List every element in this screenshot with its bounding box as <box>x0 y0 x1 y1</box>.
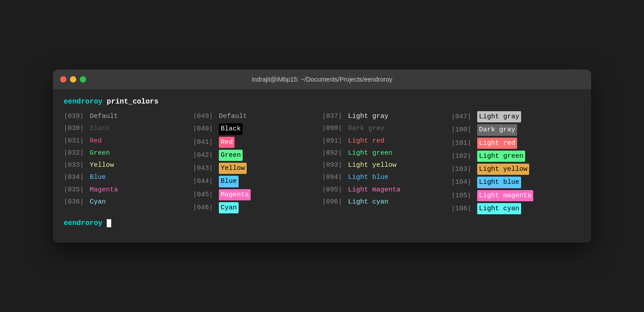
traffic-lights <box>60 76 86 82</box>
table-row: |046| Cyan <box>193 201 322 214</box>
terminal-body[interactable]: eendroroy print_colors |039| Default |03… <box>53 89 591 243</box>
table-row: |100| Dark gray <box>451 123 580 136</box>
table-row: |044| Blue <box>193 175 322 188</box>
table-row: |047| Light gray <box>451 110 580 123</box>
color-table: |039| Default |030| Black |031| Red |032… <box>64 110 580 215</box>
table-row: |043| Yellow <box>193 162 322 175</box>
table-row: |037| Light gray <box>322 110 451 122</box>
table-row: |096| Light cyan <box>322 196 451 208</box>
final-prompt: eendroroy <box>64 219 102 227</box>
command: print_colors <box>107 98 158 106</box>
table-row: |093| Light yellow <box>322 159 451 171</box>
window-title: indrajit@iMbp15: ~/Documents/Projects/ee… <box>252 76 392 83</box>
col-3: |037| Light gray |090| Dark gray |091| L… <box>322 110 451 215</box>
table-row: |040| Black <box>193 122 322 135</box>
table-row: |032| Green <box>64 147 193 159</box>
table-row: |035| Magenta <box>64 184 193 196</box>
table-row: |104| Light blue <box>451 176 580 189</box>
maximize-button[interactable] <box>80 76 86 82</box>
prompt: eendroroy <box>64 98 102 106</box>
terminal-window: indrajit@iMbp15: ~/Documents/Projects/ee… <box>53 69 591 243</box>
table-row: |092| Light green <box>322 147 451 159</box>
table-row: |034| Blue <box>64 171 193 183</box>
table-row: |039| Default <box>64 110 193 122</box>
table-row: |094| Light blue <box>322 171 451 183</box>
table-row: |045| Magenta <box>193 188 322 201</box>
col-1: |039| Default |030| Black |031| Red |032… <box>64 110 193 215</box>
col-4: |047| Light gray |100| Dark gray |101| L… <box>451 110 580 215</box>
table-row: |041| Red <box>193 136 322 149</box>
cursor <box>107 219 111 227</box>
final-prompt-line: eendroroy <box>64 218 580 229</box>
table-row: |031| Red <box>64 135 193 147</box>
table-row: |042| Green <box>193 149 322 162</box>
table-row: |095| Light magenta <box>322 184 451 196</box>
table-row: |091| Light red <box>322 135 451 147</box>
command-line: eendroroy print_colors <box>64 96 580 108</box>
table-row: |106| Light cyan <box>451 202 580 215</box>
table-row: |036| Cyan <box>64 196 193 208</box>
close-button[interactable] <box>60 76 66 82</box>
table-row: |102| Light green <box>451 150 580 163</box>
table-row: |105| Light magenta <box>451 189 580 202</box>
minimize-button[interactable] <box>70 76 76 82</box>
col-2: |049| Default |040| Black |041| Red |042… <box>193 110 322 215</box>
table-row: |103| Light yellow <box>451 163 580 176</box>
table-row: |090| Dark gray <box>322 122 451 134</box>
table-row: |049| Default <box>193 110 322 122</box>
table-row: |033| Yellow <box>64 159 193 171</box>
table-row: |101| Light red <box>451 137 580 150</box>
titlebar: indrajit@iMbp15: ~/Documents/Projects/ee… <box>53 69 591 89</box>
table-row: |030| Black <box>64 122 193 134</box>
